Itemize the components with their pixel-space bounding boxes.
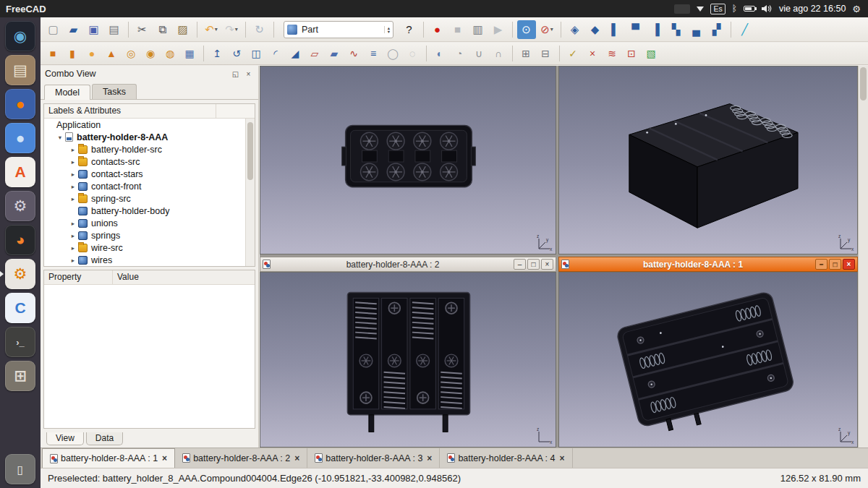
expand-arrow[interactable]: ▸ — [69, 171, 77, 178]
macro-stop-icon[interactable]: ■ — [448, 20, 467, 39]
tree-item-contact-front[interactable]: ▸ contact-front — [44, 180, 245, 192]
part-union-icon[interactable]: ∪ — [470, 44, 488, 63]
part-compound-icon[interactable]: ⊞ — [517, 44, 535, 63]
tree-item-wires[interactable]: ▸ wires — [44, 254, 245, 266]
part-loft-icon[interactable]: ▰ — [326, 44, 344, 63]
float-panel-icon[interactable]: ◱ — [230, 69, 241, 80]
session-menu-icon[interactable]: ⚙ — [852, 4, 861, 14]
tree-item-battery-holder-body[interactable]: battery-holder-body — [44, 205, 245, 217]
open-document-icon[interactable]: ▰ — [64, 20, 83, 39]
launcher-trash[interactable]: ▯ — [5, 454, 35, 484]
window-titlebar[interactable]: battery-holder-8-AAA : 2 – □ × — [260, 257, 556, 272]
network-icon[interactable] — [697, 7, 704, 12]
battery-icon[interactable] — [744, 6, 755, 12]
expand-arrow[interactable]: ▸ — [69, 158, 77, 166]
new-document-icon[interactable]: ▢ — [44, 20, 63, 39]
tree-item-battery-holder-8-AAA[interactable]: ▾ battery-holder-8-AAA — [44, 131, 245, 143]
tab-tasks[interactable]: Tasks — [92, 84, 137, 99]
maximize-button[interactable]: □ — [829, 259, 841, 270]
expand-arrow[interactable]: ▸ — [69, 232, 77, 239]
mdi-tab-battery-holder-3[interactable]: battery-holder-8-AAA : 3 × — [307, 448, 440, 468]
macro-execute-icon[interactable]: ▶ — [489, 20, 508, 39]
clock[interactable]: vie ago 22 16:50 — [779, 4, 846, 14]
part-chamfer-icon[interactable]: ◢ — [286, 44, 305, 63]
expand-arrow[interactable]: ▸ — [69, 244, 77, 252]
mdi-tab-battery-holder-2[interactable]: battery-holder-8-AAA : 2 × — [175, 448, 307, 468]
part-intersection-icon[interactable]: ∩ — [490, 44, 508, 63]
part-cylinder-icon[interactable]: ▮ — [64, 44, 82, 63]
part-color-per-face-icon[interactable]: ▧ — [642, 44, 660, 63]
launcher-blue-app[interactable]: C — [5, 293, 35, 323]
view-left-icon[interactable]: ▞ — [707, 20, 726, 39]
minimize-button[interactable]: – — [815, 259, 827, 270]
part-defeaturing-icon[interactable]: × — [584, 44, 602, 63]
redo-icon[interactable]: ↷▾ — [222, 20, 241, 39]
close-panel-icon[interactable]: × — [243, 69, 254, 80]
launcher-dash-home[interactable]: ◉ — [5, 21, 35, 51]
print-icon[interactable]: ▤ — [105, 20, 124, 39]
scrollbar-thumb[interactable] — [247, 122, 253, 180]
close-button[interactable]: × — [843, 259, 855, 270]
close-button[interactable]: × — [541, 259, 553, 270]
app-indicator[interactable] — [674, 4, 690, 14]
expand-arrow[interactable]: ▸ — [69, 183, 77, 190]
viewport-isometric-view-active[interactable]: zxy — [558, 272, 858, 448]
maximize-button[interactable]: □ — [527, 259, 540, 270]
tree-item-unions[interactable]: ▸ unions — [44, 217, 245, 229]
mdi-scrollbar[interactable] — [858, 66, 868, 448]
tab-close-icon[interactable]: × — [162, 453, 167, 463]
view-right-icon[interactable]: ▐ — [647, 20, 665, 39]
undo-icon[interactable]: ↶▾ — [202, 20, 221, 39]
tree-item-spring-src[interactable]: ▸ spring-src — [44, 192, 245, 205]
launcher-blender[interactable]: ◕ — [5, 225, 35, 255]
tree-item-springs[interactable]: ▸ springs — [44, 229, 245, 241]
window-titlebar-active[interactable]: battery-holder-8-AAA : 1 – □ × — [558, 257, 858, 272]
view-top-icon[interactable]: ▀ — [626, 20, 645, 39]
expand-arrow[interactable]: ▸ — [69, 195, 77, 202]
paste-icon[interactable]: ▨ — [174, 20, 192, 39]
launcher-ubuntu-software[interactable]: A — [5, 157, 35, 187]
mdi-tab-battery-holder-1[interactable]: battery-holder-8-AAA : 1 × — [42, 448, 175, 468]
part-mirror-icon[interactable]: ◫ — [247, 44, 265, 63]
tab-close-icon[interactable]: × — [294, 453, 299, 463]
measure-distance-icon[interactable]: ╱ — [736, 20, 754, 39]
part-primitives-icon[interactable]: ◍ — [161, 44, 179, 63]
tree-item-contacts-src[interactable]: ▸ contacts-src — [44, 155, 245, 168]
part-fillet-icon[interactable]: ◜ — [267, 44, 285, 63]
view-bottom-icon[interactable]: ▄ — [687, 20, 706, 39]
part-revolve-icon[interactable]: ↺ — [228, 44, 246, 63]
whats-this-icon[interactable]: ? — [400, 20, 419, 39]
launcher-firefox[interactable]: ● — [5, 89, 35, 119]
copy-icon[interactable]: ⧉ — [153, 20, 172, 39]
expand-arrow[interactable]: ▸ — [69, 257, 77, 264]
tree-item-wire-src[interactable]: ▸ wire-src — [44, 241, 245, 254]
view-front-icon[interactable]: ▌ — [606, 20, 625, 39]
expand-arrow[interactable]: ▸ — [69, 220, 77, 227]
save-icon[interactable]: ▣ — [85, 20, 103, 39]
part-explode-compound-icon[interactable]: ⊟ — [537, 44, 555, 63]
macro-edit-icon[interactable]: ▥ — [469, 20, 488, 39]
view-fit-icon[interactable]: ◈ — [566, 20, 584, 39]
macro-record-icon[interactable]: ● — [428, 20, 447, 39]
part-extrude-icon[interactable]: ↥ — [208, 44, 226, 63]
expand-arrow[interactable]: ▾ — [56, 134, 64, 141]
tree-item-application[interactable]: Application — [44, 119, 245, 131]
tab-close-icon[interactable]: × — [427, 453, 432, 463]
mdi-tab-battery-holder-4[interactable]: battery-holder-8-AAA : 4 × — [440, 448, 572, 468]
launcher-browser[interactable]: ● — [5, 123, 35, 153]
draw-style-icon[interactable]: ⊘▾ — [537, 20, 556, 39]
tree-item-contact-stars[interactable]: ▸ contact-stars — [44, 168, 245, 180]
part-box-icon[interactable]: ■ — [44, 44, 62, 63]
expand-arrow[interactable]: ▸ — [69, 146, 77, 153]
tab-view[interactable]: View — [46, 432, 84, 445]
launcher-workspaces[interactable]: ⊞ — [5, 361, 35, 391]
tree-scrollbar[interactable] — [245, 119, 255, 266]
part-check-geometry-icon[interactable]: ✓ — [564, 44, 582, 63]
part-ruled-surface-icon[interactable]: ▱ — [306, 44, 324, 63]
combo-spinner-icon[interactable]: ▴ ▾ — [384, 26, 390, 33]
launcher-terminal[interactable]: ›_ — [5, 327, 35, 357]
keyboard-layout-indicator[interactable]: Es — [710, 4, 725, 14]
tree-item-battery-holder-src[interactable]: ▸ battery-holder-src — [44, 143, 245, 155]
workbench-selector[interactable]: Part ▴ ▾ — [284, 21, 393, 38]
part-sweep-icon[interactable]: ∿ — [345, 44, 363, 63]
